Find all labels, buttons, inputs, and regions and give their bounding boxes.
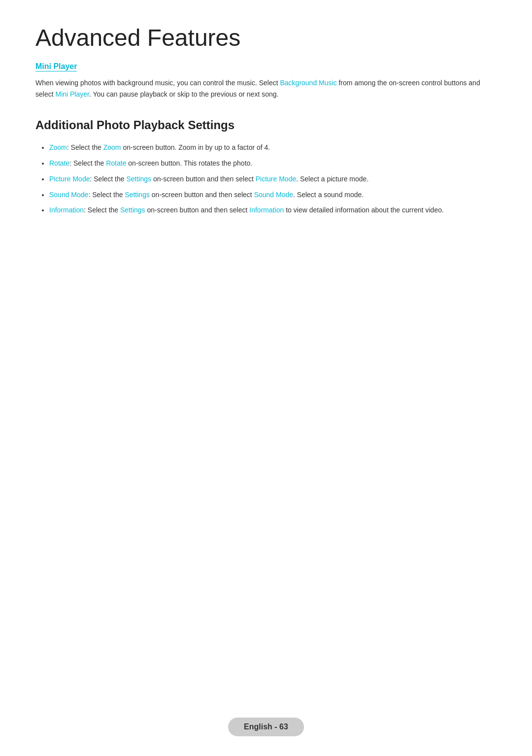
mini-player-heading[interactable]: Mini Player xyxy=(35,62,77,71)
settings-link-3[interactable]: Settings xyxy=(120,206,145,214)
zoom-link[interactable]: Zoom xyxy=(49,143,67,151)
sound-mode-link[interactable]: Sound Mode xyxy=(49,191,88,199)
information-text3: to view detailed information about the c… xyxy=(284,206,444,214)
settings-link-2[interactable]: Settings xyxy=(125,191,150,199)
list-item: Sound Mode: Select the Settings on-scree… xyxy=(49,189,497,201)
footer-badge: English - 63 xyxy=(228,718,304,736)
additional-section-title: Additional Photo Playback Settings xyxy=(35,118,497,132)
list-item: Rotate: Select the Rotate on-screen butt… xyxy=(49,158,497,170)
intro-paragraph: When viewing photos with background musi… xyxy=(35,77,497,101)
rotate-link[interactable]: Rotate xyxy=(49,159,69,167)
settings-link-1[interactable]: Settings xyxy=(126,175,151,183)
intro-text-1: When viewing photos with background musi… xyxy=(35,79,280,87)
sound-mode-text2: on-screen button and then select xyxy=(150,191,254,199)
picture-mode-link[interactable]: Picture Mode xyxy=(49,175,90,183)
information-text2: on-screen button and then select xyxy=(145,206,250,214)
zoom-link2[interactable]: Zoom xyxy=(103,143,121,151)
list-item: Picture Mode: Select the Settings on-scr… xyxy=(49,173,497,185)
rotate-text1: : Select the xyxy=(69,159,106,167)
rotate-link2[interactable]: Rotate xyxy=(106,159,126,167)
zoom-text2: on-screen button. Zoom in by up to a fac… xyxy=(121,143,270,151)
information-link2[interactable]: Information xyxy=(249,206,284,214)
picture-mode-text2: on-screen button and then select xyxy=(151,175,256,183)
picture-mode-text1: : Select the xyxy=(90,175,126,183)
sound-mode-link2[interactable]: Sound Mode xyxy=(254,191,293,199)
picture-mode-link2[interactable]: Picture Mode xyxy=(256,175,296,183)
sound-mode-text3: . Select a sound mode. xyxy=(293,191,364,199)
additional-section: Additional Photo Playback Settings Zoom:… xyxy=(35,118,497,216)
sound-mode-text1: : Select the xyxy=(88,191,125,199)
rotate-text2: on-screen button. This rotates the photo… xyxy=(126,159,252,167)
information-link[interactable]: Information xyxy=(49,206,84,214)
mini-player-section: Mini Player When viewing photos with bac… xyxy=(35,62,497,101)
page-title: Advanced Features xyxy=(35,24,497,52)
zoom-text1: : Select the xyxy=(67,143,103,151)
page-content: Advanced Features Mini Player When viewi… xyxy=(0,0,532,283)
picture-mode-text3: . Select a picture mode. xyxy=(296,175,368,183)
intro-text-3: . You can pause playback or skip to the … xyxy=(89,90,278,98)
information-text1: : Select the xyxy=(84,206,120,214)
background-music-link[interactable]: Background Music xyxy=(280,79,336,87)
mini-player-link[interactable]: Mini Player xyxy=(55,90,89,98)
list-item: Information: Select the Settings on-scre… xyxy=(49,205,497,216)
list-item: Zoom: Select the Zoom on-screen button. … xyxy=(49,142,497,154)
bullet-list: Zoom: Select the Zoom on-screen button. … xyxy=(35,142,497,216)
